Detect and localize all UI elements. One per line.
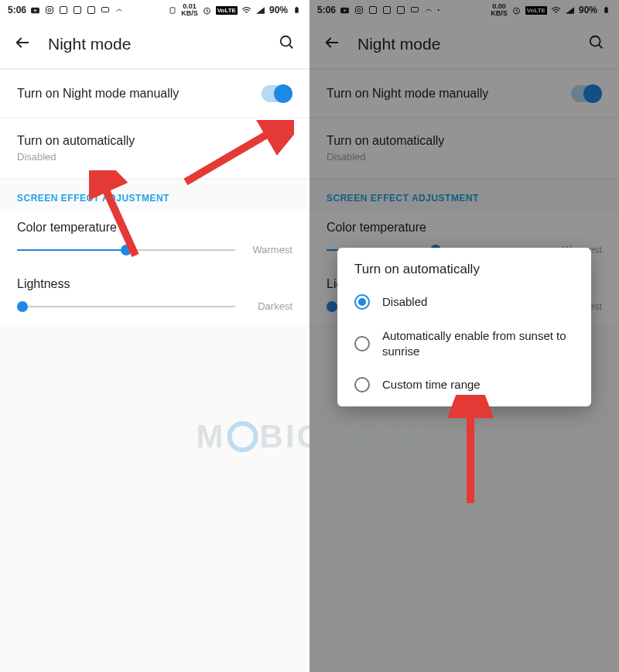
svg-rect-6: [87, 7, 94, 14]
search-button-r[interactable]: [588, 34, 605, 54]
lightness-end: Darkest: [246, 300, 292, 312]
row-auto-sub-r: Disabled: [327, 151, 602, 163]
svg-rect-2: [46, 7, 53, 14]
svg-point-13: [281, 36, 291, 46]
svg-marker-10: [256, 7, 265, 14]
row-manual-label: Turn on Night mode manually: [17, 87, 262, 101]
radio-icon: [354, 336, 370, 351]
page-title-r: Night mode: [357, 35, 588, 53]
battery-percent: 90%: [269, 5, 288, 15]
svg-marker-19: [344, 9, 346, 11]
row-manual-night-mode-r[interactable]: Turn on Night mode manually: [310, 70, 619, 118]
option-sunset-label: Automatically enable from sunset to sunr…: [382, 328, 574, 358]
svg-point-26: [514, 8, 520, 14]
sim-icon: [167, 5, 177, 15]
search-button[interactable]: [279, 34, 296, 54]
svg-rect-20: [355, 7, 362, 14]
svg-rect-25: [411, 8, 418, 12]
back-button[interactable]: [14, 34, 31, 54]
svg-rect-29: [605, 7, 607, 8]
battery-icon: [601, 5, 611, 15]
message-icon: [409, 5, 419, 15]
radio-icon: [354, 377, 370, 393]
option-disabled-label: Disabled: [382, 294, 427, 310]
svg-rect-22: [369, 7, 376, 14]
color-temp-end: Warmest: [246, 244, 292, 255]
wifi-icon: [551, 5, 561, 15]
svg-rect-23: [383, 7, 390, 14]
app-bar-r: Night mode: [310, 20, 619, 70]
svg-rect-8: [170, 7, 175, 13]
instagram-icon: [354, 5, 364, 15]
svg-rect-12: [296, 7, 297, 8]
option-disabled[interactable]: Disabled: [337, 285, 591, 319]
option-sunset-sunrise[interactable]: Automatically enable from sunset to sunr…: [337, 319, 591, 368]
dialog-title: Turn on automatically: [337, 262, 591, 285]
svg-rect-11: [295, 8, 299, 13]
section-screen-effect-r: SCREEN EFFECT ADJUSTMENT: [310, 179, 619, 211]
color-temp-slider[interactable]: [17, 249, 235, 251]
app3-icon: [395, 5, 405, 15]
status-time-r: 5:06: [317, 5, 336, 15]
color-temp-label-r: Color temperature: [327, 221, 602, 235]
section-screen-effect: SCREEN EFFECT ADJUSTMENT: [0, 179, 310, 211]
misc-icon: [423, 5, 433, 15]
color-temp-label: Color temperature: [17, 221, 292, 235]
back-button-r[interactable]: [323, 34, 340, 54]
radio-icon: [354, 294, 370, 310]
option-custom-time[interactable]: Custom time range: [337, 368, 591, 402]
page-title: Night mode: [48, 35, 279, 53]
svg-point-3: [48, 9, 51, 12]
app2-icon: [381, 5, 392, 15]
svg-marker-27: [566, 7, 574, 14]
app1-icon: [368, 5, 378, 15]
toggle-night-mode-r[interactable]: [571, 85, 602, 102]
dialog-auto-options: Turn on automatically Disabled Automatic…: [337, 248, 591, 406]
instagram-icon: [44, 5, 54, 15]
status-time: 5:06: [8, 5, 26, 15]
lightness-label: Lightness: [17, 277, 292, 291]
app2-icon: [72, 5, 82, 15]
svg-rect-18: [340, 7, 349, 13]
row-auto[interactable]: Turn on automatically Disabled: [0, 118, 310, 179]
svg-point-21: [357, 9, 361, 12]
volte-badge: VoLTE: [525, 6, 547, 15]
battery-percent-r: 90%: [579, 5, 597, 15]
status-bar: 5:06 0.01KB/S VoLTE 90%: [0, 0, 310, 20]
misc-icon: [114, 5, 124, 15]
row-manual-label-r: Turn on Night mode manually: [327, 87, 571, 101]
signal-icon: [255, 5, 265, 15]
row-auto-label-r: Turn on automatically: [327, 134, 602, 148]
signal-icon: [565, 5, 575, 15]
toggle-night-mode[interactable]: [262, 85, 292, 102]
row-manual-night-mode[interactable]: Turn on Night mode manually: [0, 70, 310, 118]
wifi-icon: [241, 5, 251, 15]
volte-badge: VoLTE: [216, 6, 238, 15]
svg-rect-7: [101, 8, 108, 12]
lightness-slider[interactable]: [17, 306, 235, 307]
row-lightness: Lightness Darkest: [0, 268, 310, 324]
network-speed: 0.01KB/S: [181, 3, 198, 17]
battery-icon: [292, 5, 302, 15]
phone-right: 5:06 · 0.00KB/S VoLTE 90% Night mode: [310, 0, 619, 672]
message-icon: [100, 5, 110, 15]
app1-icon: [58, 5, 68, 15]
option-custom-label: Custom time range: [382, 377, 480, 393]
youtube-icon: [30, 5, 40, 15]
row-auto-label: Turn on automatically: [17, 134, 292, 148]
svg-rect-28: [604, 8, 608, 13]
youtube-icon: [340, 5, 350, 15]
svg-rect-4: [60, 7, 67, 14]
annotation-arrow-3: [447, 395, 494, 511]
alarm-icon: [202, 5, 212, 15]
svg-rect-5: [74, 7, 80, 14]
app3-icon: [86, 5, 96, 15]
alarm-icon: [511, 5, 522, 15]
status-bar-r: 5:06 · 0.00KB/S VoLTE 90%: [310, 0, 619, 20]
phone-left: 5:06 0.01KB/S VoLTE 90% Night mode: [0, 0, 310, 672]
row-color-temperature: Color temperature Warmest: [0, 211, 310, 268]
dot-icon: ·: [437, 5, 439, 15]
app-bar: Night mode: [0, 20, 310, 70]
row-auto-r[interactable]: Turn on automatically Disabled: [310, 118, 619, 179]
svg-rect-24: [397, 7, 404, 14]
